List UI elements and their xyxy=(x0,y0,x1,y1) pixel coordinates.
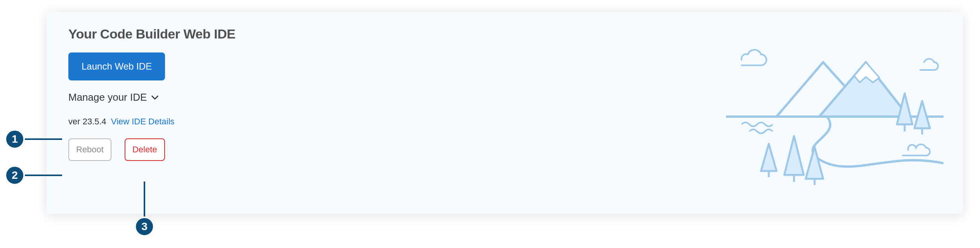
callout-marker-3: 3 xyxy=(134,182,155,237)
version-label: ver 23.5.4 xyxy=(68,117,106,127)
launch-web-ide-button[interactable]: Launch Web IDE xyxy=(68,52,165,80)
chevron-down-icon xyxy=(151,93,159,102)
callout-badge: 2 xyxy=(5,165,25,185)
callout-connector xyxy=(144,182,145,217)
callout-marker-2: 2 xyxy=(5,165,62,185)
callout-badge: 1 xyxy=(5,129,25,149)
callout-connector xyxy=(25,175,62,176)
reboot-button[interactable]: Reboot xyxy=(68,138,111,161)
callout-connector xyxy=(25,138,62,140)
view-ide-details-link[interactable]: View IDE Details xyxy=(111,117,174,127)
callout-marker-1: 1 xyxy=(5,129,62,149)
delete-button[interactable]: Delete xyxy=(125,138,165,161)
mountain-illustration xyxy=(726,47,944,187)
ide-card: Your Code Builder Web IDE Launch Web IDE… xyxy=(47,12,963,214)
version-number: 23.5.4 xyxy=(83,117,106,126)
callout-badge: 3 xyxy=(134,217,155,237)
manage-ide-label: Manage your IDE xyxy=(68,91,147,103)
page-title: Your Code Builder Web IDE xyxy=(68,26,941,42)
